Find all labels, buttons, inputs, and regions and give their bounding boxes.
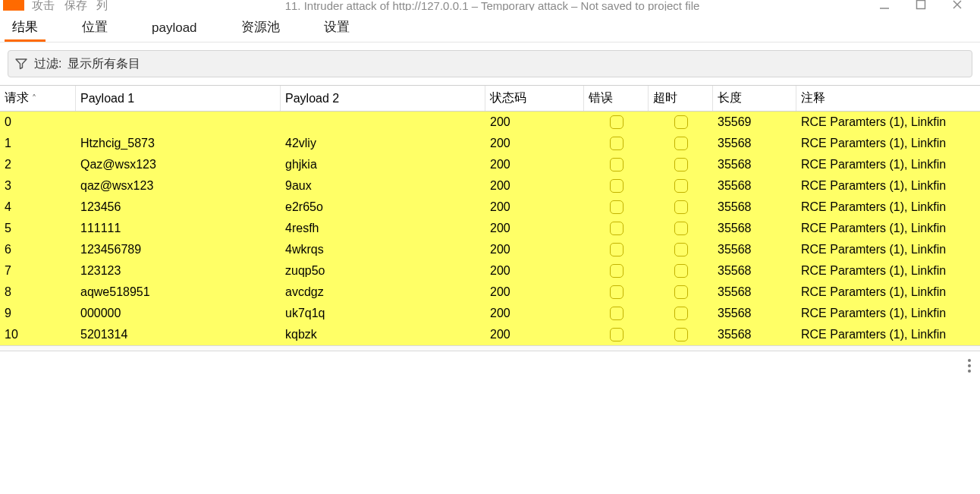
error-checkbox[interactable] bbox=[610, 137, 623, 150]
cell-payload2: uk7q1q bbox=[281, 307, 485, 320]
column-header-label: Payload 1 bbox=[80, 92, 134, 105]
cell-payload1: 000000 bbox=[76, 307, 281, 320]
error-checkbox[interactable] bbox=[610, 115, 623, 129]
timeout-checkbox-cell bbox=[649, 158, 713, 171]
window-maximize-button[interactable] bbox=[913, 0, 928, 11]
cell-request: 2 bbox=[0, 158, 76, 171]
filter-icon bbox=[14, 57, 28, 71]
column-header-6[interactable]: 长度 bbox=[713, 86, 796, 111]
cell-notes: RCE Paramters (1), Linkfin bbox=[796, 264, 980, 278]
error-checkbox[interactable] bbox=[610, 200, 623, 214]
dot-icon bbox=[968, 370, 971, 373]
cell-status: 200 bbox=[485, 264, 584, 278]
cell-length: 35569 bbox=[713, 115, 796, 129]
cell-payload1: 123123 bbox=[76, 264, 281, 278]
timeout-checkbox[interactable] bbox=[674, 115, 688, 129]
column-header-7[interactable]: 注释 bbox=[796, 86, 980, 111]
tab-2[interactable]: payload bbox=[144, 14, 205, 42]
cell-length: 35568 bbox=[713, 222, 796, 235]
timeout-checkbox[interactable] bbox=[674, 158, 688, 171]
window-close-button[interactable] bbox=[950, 0, 965, 11]
window-titlebar: 攻击 保存 列 11. Intruder attack of http://12… bbox=[0, 0, 980, 11]
table-row[interactable]: 2Qaz@wsx123ghjkia20035568RCE Paramters (… bbox=[0, 154, 980, 175]
timeout-checkbox[interactable] bbox=[674, 264, 688, 278]
table-row[interactable]: 9000000uk7q1q20035568RCE Paramters (1), … bbox=[0, 303, 980, 324]
table-row[interactable]: 1Htzhcig_587342vliy20035568RCE Paramters… bbox=[0, 133, 980, 154]
error-checkbox-cell bbox=[584, 200, 649, 214]
cell-payload2: 9aux bbox=[281, 179, 485, 193]
column-header-0[interactable]: 请求˄ bbox=[0, 86, 76, 111]
sort-asc-icon: ˄ bbox=[32, 93, 36, 104]
column-header-label: 请求 bbox=[5, 90, 29, 106]
cell-payload2: 42vliy bbox=[281, 137, 485, 150]
tab-0[interactable]: 结果 bbox=[5, 12, 46, 42]
timeout-checkbox-cell bbox=[649, 285, 713, 299]
timeout-checkbox[interactable] bbox=[674, 285, 688, 299]
column-header-3[interactable]: 状态码 bbox=[485, 86, 584, 111]
cell-length: 35568 bbox=[713, 307, 796, 320]
error-checkbox-cell bbox=[584, 115, 649, 129]
column-header-label: 超时 bbox=[653, 90, 677, 106]
table-row[interactable]: 51111114resfh20035568RCE Paramters (1), … bbox=[0, 218, 980, 239]
cell-length: 35568 bbox=[713, 179, 796, 193]
error-checkbox[interactable] bbox=[610, 307, 623, 320]
table-row[interactable]: 61234567894wkrqs20035568RCE Paramters (1… bbox=[0, 239, 980, 260]
cell-status: 200 bbox=[485, 158, 584, 171]
table-row[interactable]: 8aqwe518951avcdgz20035568RCE Paramters (… bbox=[0, 282, 980, 303]
cell-payload2: zuqp5o bbox=[281, 264, 485, 278]
timeout-checkbox[interactable] bbox=[674, 200, 688, 214]
timeout-checkbox[interactable] bbox=[674, 243, 688, 256]
error-checkbox-cell bbox=[584, 307, 649, 320]
cell-notes: RCE Paramters (1), Linkfin bbox=[796, 179, 980, 193]
error-checkbox[interactable] bbox=[610, 285, 623, 299]
cell-payload1: 123456789 bbox=[76, 243, 281, 256]
table-row[interactable]: 020035569RCE Paramters (1), Linkfin bbox=[0, 112, 980, 133]
cell-length: 35568 bbox=[713, 328, 796, 341]
timeout-checkbox-cell bbox=[649, 243, 713, 256]
tab-1[interactable]: 位置 bbox=[74, 12, 115, 42]
cell-notes: RCE Paramters (1), Linkfin bbox=[796, 243, 980, 256]
results-table: 请求˄Payload 1Payload 2状态码错误超时长度注释 0200355… bbox=[0, 85, 980, 345]
timeout-checkbox[interactable] bbox=[674, 137, 688, 150]
timeout-checkbox[interactable] bbox=[674, 328, 688, 341]
tab-label: 结果 bbox=[12, 20, 38, 34]
column-header-label: 状态码 bbox=[490, 90, 526, 106]
table-row[interactable]: 7123123zuqp5o20035568RCE Paramters (1), … bbox=[0, 260, 980, 282]
cell-request: 9 bbox=[0, 307, 76, 320]
error-checkbox[interactable] bbox=[610, 328, 623, 341]
filter-bar[interactable]: 过滤: 显示所有条目 bbox=[8, 50, 972, 77]
titlebar-left-text: 攻击 保存 列 bbox=[32, 0, 108, 11]
error-checkbox-cell bbox=[584, 179, 649, 193]
column-header-4[interactable]: 错误 bbox=[584, 86, 649, 111]
table-row[interactable]: 3qaz@wsx1239aux20035568RCE Paramters (1)… bbox=[0, 175, 980, 197]
cell-length: 35568 bbox=[713, 264, 796, 278]
table-row[interactable]: 4123456e2r65o20035568RCE Paramters (1), … bbox=[0, 197, 980, 218]
timeout-checkbox-cell bbox=[649, 179, 713, 193]
cell-payload2: ghjkia bbox=[281, 158, 485, 171]
cell-status: 200 bbox=[485, 200, 584, 214]
error-checkbox[interactable] bbox=[610, 222, 623, 235]
cell-length: 35568 bbox=[713, 137, 796, 150]
column-header-5[interactable]: 超时 bbox=[649, 86, 713, 111]
error-checkbox[interactable] bbox=[610, 158, 623, 171]
table-row[interactable]: 105201314kqbzk20035568RCE Paramters (1),… bbox=[0, 324, 980, 345]
error-checkbox[interactable] bbox=[610, 243, 623, 256]
tab-3[interactable]: 资源池 bbox=[234, 12, 287, 42]
cell-request: 10 bbox=[0, 328, 76, 341]
column-header-1[interactable]: Payload 1 bbox=[76, 86, 281, 111]
column-header-2[interactable]: Payload 2 bbox=[281, 86, 485, 111]
tab-4[interactable]: 设置 bbox=[316, 12, 357, 42]
window-minimize-button[interactable] bbox=[877, 0, 892, 11]
timeout-checkbox[interactable] bbox=[674, 222, 688, 235]
error-checkbox[interactable] bbox=[610, 179, 623, 193]
error-checkbox[interactable] bbox=[610, 264, 623, 278]
cell-payload2: avcdgz bbox=[281, 285, 485, 299]
more-menu-button[interactable] bbox=[965, 356, 974, 376]
cell-notes: RCE Paramters (1), Linkfin bbox=[796, 285, 980, 299]
timeout-checkbox[interactable] bbox=[674, 307, 688, 320]
cell-status: 200 bbox=[485, 179, 584, 193]
timeout-checkbox[interactable] bbox=[674, 179, 688, 193]
horizontal-splitter[interactable] bbox=[0, 345, 980, 351]
cell-notes: RCE Paramters (1), Linkfin bbox=[796, 307, 980, 320]
cell-notes: RCE Paramters (1), Linkfin bbox=[796, 115, 980, 129]
